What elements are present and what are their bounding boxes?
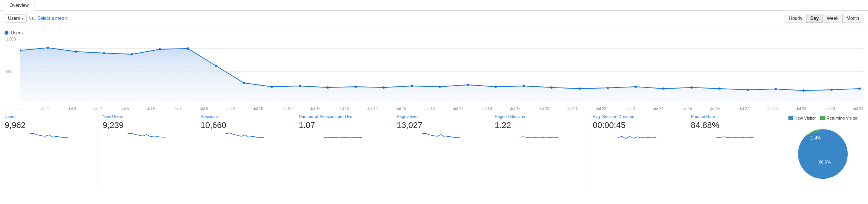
x-label: Jul 30 [825,107,835,111]
x-label: Jul 25 [682,107,692,111]
x-axis-labels: ... Jul 2 Jul 3 Jul 4 Jul 5 Jul 6 Jul 7 … [5,106,863,111]
x-label: Jul 18 [482,107,492,111]
pie-section: New Visitor Returning Visitor 8 [788,116,858,185]
tab-overview[interactable]: Overview [4,0,34,11]
svg-point-17 [410,85,413,87]
chart-legend: Users [5,30,863,36]
svg-point-19 [467,84,469,86]
svg-point-9 [187,47,189,50]
metric-value-pages-session: 1.22 [495,120,583,130]
metric-title-users: Users [5,114,93,119]
pie-legend: New Visitor Returning Visitor [788,116,858,120]
pie-label-new-visitor: 88.6% [819,160,831,164]
svg-point-20 [495,86,497,88]
svg-point-25 [635,86,637,88]
svg-point-7 [131,53,133,55]
metric-title-pages-session: Pages / Session [495,114,583,119]
x-label: ... [20,107,23,111]
svg-point-12 [270,86,273,88]
metric-value-sessions-per-user: 1.07 [299,120,387,130]
svg-point-21 [523,85,525,87]
x-label: Jul 7 [174,107,182,111]
chart-legend-label: Users [11,30,23,36]
x-label: Jul 17 [453,107,463,111]
svg-point-30 [774,88,777,90]
metric-value-session-duration: 00:00:45 [593,120,681,130]
svg-point-29 [746,89,749,91]
svg-point-24 [606,87,609,89]
x-label: Jul 24 [653,107,663,111]
toolbar: Users ▾ vs. Select a metric Hourly Day W… [0,11,868,26]
x-label: Jul 3 [68,107,76,111]
chart-area: Users 1,000 500 ... [0,26,868,111]
y-label-top: 1,000 [6,37,18,41]
time-btn-day[interactable]: Day [806,14,823,23]
sparkline-new-users [103,132,191,143]
metric-card-users: Users 9,962 [0,111,98,189]
legend-new-visitor: New Visitor [788,116,816,120]
metric-value-users: 9,962 [5,120,93,130]
svg-point-10 [215,65,217,67]
time-btn-hourly[interactable]: Hourly [785,14,806,23]
svg-point-23 [578,87,581,90]
legend-returning-visitor: Returning Visitor [820,116,857,120]
x-label: Jul 27 [739,107,749,111]
svg-point-13 [299,85,301,87]
svg-point-14 [327,86,329,89]
new-visitor-color-swatch [788,116,793,120]
metric-title-new-users: New Users [103,114,191,119]
returning-visitor-label: Returning Visitor [826,116,857,120]
y-label-bottom: ... [6,102,18,106]
svg-point-6 [103,52,105,54]
y-label-mid: 500 [6,70,18,74]
x-label: Jul 31 [853,107,863,111]
svg-point-31 [803,89,805,92]
pie-chart-svg: 88.6% 11.4% [792,123,853,185]
x-label: Jul 19 [510,107,521,111]
svg-point-32 [831,89,833,91]
x-label: Jul 10 [253,107,263,111]
svg-point-15 [355,86,357,88]
x-label: Jul 6 [147,107,155,111]
dropdown-arrow-icon: ▾ [21,16,23,21]
sparkline-users [5,132,93,143]
sparkline-session-duration [593,132,681,143]
chart-container [20,37,863,106]
toolbar-left: Users ▾ vs. Select a metric [5,14,68,23]
x-label: Jul 20 [539,107,549,111]
metric-value-bounce-rate: 84.88% [691,120,779,130]
x-label: Jul 22 [596,107,606,111]
x-label: Jul 2 [41,107,49,111]
select-metric-link[interactable]: Select a metric [37,16,68,21]
x-label: Jul 16 [425,107,435,111]
metric-card-session-duration: Avg. Session Duration 00:00:45 [588,111,686,189]
svg-point-33 [858,87,861,90]
y-axis-labels: 1,000 500 ... [5,37,20,106]
metric-card-sessions-per-user: Number of Sessions per User 1.07 [294,111,392,189]
chart-wrapper: 1,000 500 ... [5,37,863,106]
metric-title-sessions: Sessions [201,114,289,119]
metric-title-pageviews: Pageviews [397,114,485,119]
vs-label: vs. [29,16,35,21]
metric-value-pageviews: 13,027 [397,120,485,130]
time-btn-week[interactable]: Week [822,14,842,23]
x-label: Jul 14 [367,107,378,111]
x-label: Jul 23 [625,107,635,111]
time-btn-month[interactable]: Month [842,14,863,23]
x-label: Jul 8 [200,107,208,111]
x-label: Jul 28 [767,107,778,111]
svg-point-11 [243,82,245,84]
svg-point-18 [438,86,441,88]
metric-value-sessions: 10,660 [201,120,289,130]
x-label: Jul 12 [310,107,321,111]
metric-title-bounce-rate: Bounce Rate [691,114,779,119]
metric-dropdown[interactable]: Users ▾ [5,14,27,23]
main-chart-svg [20,37,863,106]
time-buttons: Hourly Day Week Month [785,14,863,23]
tab-bar: Overview [0,0,868,11]
sparkline-sessions [201,132,289,143]
metric-dropdown-label: Users [8,16,20,21]
x-label: Jul 21 [567,107,578,111]
sparkline-pages-session [495,132,583,143]
metric-card-pages-session: Pages / Session 1.22 [490,111,588,189]
